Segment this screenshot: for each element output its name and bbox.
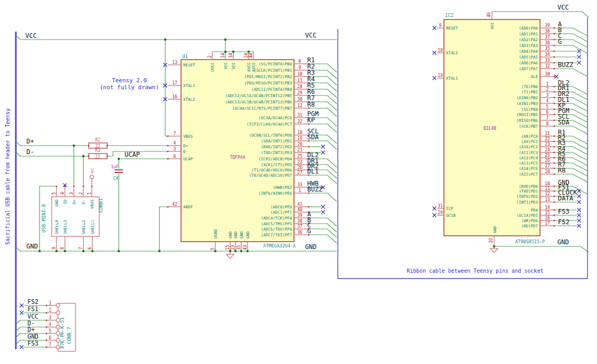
pin-number: 13 <box>172 60 177 65</box>
pin-number: 10 <box>545 181 550 186</box>
net-label-vcc[interactable]: VCC <box>305 32 317 39</box>
pin-number: 23 <box>231 245 235 250</box>
net-label-gnd[interactable]: GND <box>557 238 569 246</box>
pin-name: (ADC6/TDO)PF6 <box>261 227 292 232</box>
net-label: R8 <box>558 167 565 174</box>
pin-circle <box>56 304 60 308</box>
pin-circle <box>56 319 60 322</box>
pin-number: 17 <box>172 81 177 85</box>
pin-name: (A12)PC4 <box>519 156 538 160</box>
pin-name: (T1/OC4D/ADC9)PD6 <box>251 168 292 173</box>
pin-name: D- <box>81 199 86 204</box>
pin-number: 35 <box>545 46 550 51</box>
pin-name: (A8)PC0 <box>521 134 538 139</box>
net-label-gnd[interactable]: GND <box>26 243 38 250</box>
pin-dot <box>46 320 48 321</box>
pin-dot <box>167 136 169 137</box>
pin-number: 3 <box>174 147 176 151</box>
pin-number: 31 <box>297 113 302 118</box>
junction-dot <box>91 250 94 253</box>
no-connect-icon <box>577 61 581 65</box>
pin-name: (AD0)PA0 <box>519 26 538 31</box>
pin-number: 1 <box>299 188 301 193</box>
pin-circle <box>56 339 60 342</box>
net-label: G <box>307 227 311 235</box>
pin-name: XTAL2 <box>446 51 458 55</box>
no-connect-icon <box>321 210 325 214</box>
pin-name: SHELL4 <box>54 219 59 234</box>
no-connect-icon <box>577 195 581 198</box>
pin-name: D+ <box>183 143 188 148</box>
net-label-ucap[interactable]: UCAP <box>125 151 140 158</box>
pin-number: 9 <box>52 247 56 250</box>
no-connect-icon <box>433 51 437 55</box>
wire <box>554 69 587 76</box>
pin-name: GND <box>239 231 244 238</box>
net-label-vcc[interactable]: VCC <box>25 32 37 40</box>
pin-name: PD4 <box>530 208 538 213</box>
pin-name: (OC3A/OC4A)PC6 <box>259 116 292 120</box>
pin-dot <box>167 158 169 160</box>
pin-name: GND <box>492 226 497 233</box>
pin-name: (OC1A)PD5 <box>516 213 538 218</box>
pin-name: (RXD/INT2)PD2 <box>261 145 292 149</box>
pin-name: GND <box>228 231 233 238</box>
pin-number: 40 <box>487 12 491 17</box>
pin-name: (TXD/INT3)PD3 <box>261 150 292 155</box>
pin-number: 39 <box>545 23 550 28</box>
pin-number: 41 <box>297 202 302 207</box>
pin-circle <box>56 332 60 336</box>
pin-number: 40 <box>297 207 302 212</box>
pin-number: 22 <box>545 137 550 141</box>
junction-dot <box>55 250 58 253</box>
pin-number: 5 <box>211 247 215 250</box>
pin-name: (HWB)PE2 <box>273 185 292 190</box>
pin-name: (ICP3/CLK0/OC4A)PC7 <box>247 122 292 127</box>
pin-number: 2 <box>49 308 52 313</box>
pin-name: (AD4)PA4 <box>519 49 538 54</box>
pin-number: 11 <box>545 186 550 191</box>
vcc-symbol: VCC <box>90 168 94 186</box>
pin-name: (AD5)PA5 <box>519 55 538 60</box>
pin-number: 3 <box>546 93 549 98</box>
pin-number: 2 <box>207 55 212 58</box>
net-label: D+ <box>27 326 35 333</box>
pin-name: GND <box>245 231 250 238</box>
pin-name: (OC0B/SCL/INT0)PD0 <box>249 133 292 138</box>
pin-number: 26 <box>545 158 550 163</box>
pin-name: (SCK)PB7 <box>519 124 538 129</box>
net-label: VCC <box>27 313 39 320</box>
pin-dot <box>554 76 555 78</box>
net-label-gnd[interactable]: GND <box>305 243 317 251</box>
c4-body[interactable] <box>115 170 123 173</box>
u1-value: ATMEGA32U4-A <box>263 243 296 248</box>
pin-name: (ICP2/ADC8)PD4 <box>259 157 292 161</box>
u1-footprint: TQFP44 <box>230 155 245 160</box>
net-label-dplus[interactable]: D+ <box>26 138 34 145</box>
net-label-dminus[interactable]: D- <box>26 148 34 156</box>
usb-value: USB-MINI-B <box>41 204 46 233</box>
pin-number: 9 <box>439 23 442 28</box>
pin-name: UCAP <box>183 157 193 161</box>
vcc-symbol-label: VCC <box>90 168 94 174</box>
pin-name: (ADC4/TCK)PF4 <box>261 216 292 221</box>
junction-dot <box>82 155 85 158</box>
pin-name: AVCC <box>251 62 256 72</box>
no-connect-icon <box>577 50 581 53</box>
pin-number: 35 <box>236 245 241 250</box>
pin-number: 43 <box>243 245 248 250</box>
pin-name: VCC <box>231 62 236 70</box>
wire <box>309 141 337 149</box>
pin-number: 26 <box>297 165 302 170</box>
pin-name: SHELL3 <box>63 220 68 234</box>
pin-name: AVCC <box>247 62 251 72</box>
junction-dot <box>64 250 67 253</box>
net-label-vcc[interactable]: VCC <box>557 4 569 11</box>
pin-name: ALE <box>530 74 538 79</box>
pin-dot <box>46 333 48 334</box>
junction-dot <box>39 250 41 253</box>
junction-dot <box>118 158 120 160</box>
pin-name: (RD)PD7 <box>521 224 538 228</box>
net-label: FS3 <box>27 340 39 347</box>
pin-number: 4 <box>60 192 65 195</box>
